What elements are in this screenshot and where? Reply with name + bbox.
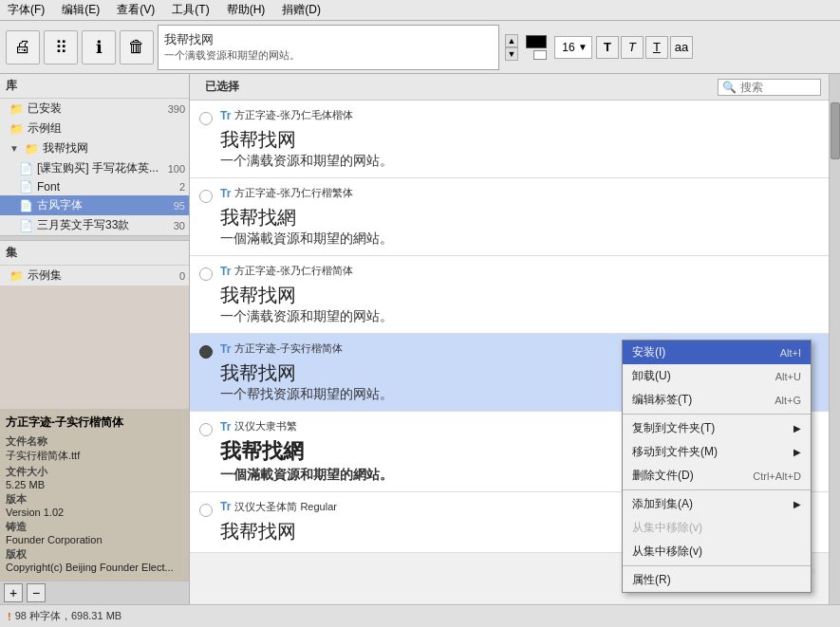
- menubar: 字体(F) 编辑(E) 查看(V) 工具(T) 帮助(H) 捐赠(D): [0, 0, 840, 21]
- ctx-copy-folder-arrow: ▶: [793, 423, 801, 433]
- color-background[interactable]: [533, 50, 547, 60]
- radio-2[interactable]: [199, 267, 213, 281]
- sidebar-label-march: 三月英文手写33款: [37, 217, 129, 233]
- menu-font[interactable]: 字体(F): [4, 2, 48, 18]
- font-item-1[interactable]: Tr 方正字迹-张乃仁行楷繁体 我帮找網 一個滿載資源和期望的網站。: [190, 178, 829, 256]
- ctx-install-label: 安装(I): [632, 344, 665, 360]
- delete-button[interactable]: 🗑: [120, 30, 154, 65]
- menu-tools[interactable]: 工具(T): [168, 2, 213, 18]
- grid-button[interactable]: ⠿: [44, 30, 78, 65]
- font-type-icon-3: Tr: [220, 342, 231, 356]
- sidebar-item-examples[interactable]: 📁 示例组: [0, 119, 189, 138]
- ctx-edit-tag[interactable]: 编辑标签(T) Alt+G: [623, 388, 811, 412]
- font-type-icon-1: Tr: [220, 187, 231, 200]
- italic-button[interactable]: T: [621, 36, 644, 59]
- sidebar-item-font[interactable]: 📄 Font 2: [0, 178, 189, 195]
- folder-icon-examples: 📁: [9, 122, 24, 136]
- ctx-sep3: [623, 565, 811, 566]
- sidebar-label-font: Font: [37, 180, 60, 194]
- font-info-title: 方正字迹-子实行楷简体: [6, 415, 183, 431]
- aa-button[interactable]: aa: [670, 36, 693, 59]
- font-content-1: Tr 方正字迹-张乃仁行楷繁体 我帮找網 一個滿載資源和期望的網站。: [220, 186, 819, 248]
- ctx-remove-collection[interactable]: 从集中移除(v): [623, 540, 811, 563]
- main-area: 库 📁 已安装 390 📁 示例组 ▼ 📁 我帮找网 📄 [课宝购买] 手写花体…: [0, 74, 840, 604]
- sidebar-count-handwriting: 100: [168, 163, 185, 175]
- scrollbar-track[interactable]: [829, 74, 840, 604]
- tab-selected[interactable]: 已选择: [197, 77, 247, 97]
- font-item-0[interactable]: Tr 方正字迹-张乃仁毛体楷体 我帮找网 一个满载资源和期望的网站。: [190, 101, 829, 178]
- ctx-add-collection[interactable]: 添加到集(A) ▶: [623, 492, 811, 516]
- ctx-properties[interactable]: 属性(R): [623, 568, 811, 592]
- content-header: 已选择 🔍: [190, 74, 829, 101]
- radio-5[interactable]: [199, 504, 213, 517]
- sidebar-item-wobangzhao[interactable]: ▼ 📁 我帮找网: [0, 138, 189, 158]
- radio-4[interactable]: [199, 423, 213, 436]
- sidebar-count-collection: 0: [179, 270, 185, 282]
- font-style-buttons: T T T aa: [596, 36, 693, 59]
- menu-edit[interactable]: 编辑(E): [58, 2, 103, 18]
- file-icon-handwriting: 📄: [19, 162, 33, 175]
- font-type-icon-4: Tr: [220, 420, 231, 433]
- sidebar-count-font: 2: [179, 181, 185, 193]
- underline-button[interactable]: T: [645, 36, 668, 59]
- ctx-uninstall-shortcut: Alt+U: [775, 371, 801, 382]
- sidebar-item-example-collection[interactable]: 📁 示例集 0: [0, 266, 189, 286]
- search-box: 🔍: [718, 79, 821, 96]
- font-type-icon-2: Tr: [220, 265, 231, 278]
- sidebar-label-collection: 示例集: [28, 267, 62, 284]
- search-icon: 🔍: [722, 81, 737, 94]
- font-name-label-0: 方正字迹-张乃仁毛体楷体: [234, 108, 353, 122]
- font-size-selector[interactable]: 16 ▼: [554, 36, 592, 59]
- font-copyright-value: Copyright(c) Beijing Founder Elect...: [6, 562, 183, 573]
- ctx-sep2: [623, 489, 811, 490]
- font-preview-sub-0: 一个满载资源和期望的网站。: [220, 153, 819, 170]
- bold-button[interactable]: T: [596, 36, 619, 59]
- sidebar-item-handwriting[interactable]: 📄 [课宝购买] 手写花体英... 100: [0, 158, 189, 178]
- font-size-arrow[interactable]: ▼: [578, 42, 588, 52]
- sidebar-item-gufeng[interactable]: 📄 古风字体 95: [0, 195, 189, 215]
- preview-scroll-down[interactable]: ▼: [505, 47, 518, 61]
- font-foundry-value: Founder Corporation: [6, 534, 183, 545]
- preview-scroll-up[interactable]: ▲: [505, 34, 518, 47]
- font-item-2[interactable]: Tr 方正字迹-张乃仁行楷简体 我帮找网 一个满载资源和期望的网站。: [190, 256, 829, 334]
- ctx-install[interactable]: 安装(I) Alt+I: [623, 341, 811, 364]
- font-name-1: Tr 方正字迹-张乃仁行楷繁体: [220, 186, 819, 200]
- ctx-uninstall[interactable]: 卸载(U) Alt+U: [623, 364, 811, 388]
- sidebar-label-installed: 已安装: [28, 101, 62, 117]
- ctx-copy-folder[interactable]: 复制到文件夹(T) ▶: [623, 416, 811, 440]
- font-preview-sub-2: 一个满载资源和期望的网站。: [220, 308, 819, 325]
- color-foreground[interactable]: [526, 35, 547, 48]
- ctx-add-collection-arrow: ▶: [793, 499, 801, 509]
- font-name-label-3: 方正字迹-子实行楷简体: [234, 341, 343, 356]
- file-icon-gufeng: 📄: [19, 199, 33, 212]
- collection-section-header: 集: [0, 241, 189, 266]
- add-collection-button[interactable]: +: [4, 583, 23, 602]
- sidebar-item-march[interactable]: 📄 三月英文手写33款 30: [0, 215, 189, 235]
- menu-donate[interactable]: 捐赠(D): [278, 2, 325, 18]
- font-size-value: 16: [559, 41, 578, 54]
- ctx-move-folder-arrow: ▶: [793, 447, 801, 457]
- font-filename-label: 文件名称: [6, 434, 183, 449]
- radio-1[interactable]: [199, 190, 213, 203]
- sidebar-item-installed[interactable]: 📁 已安装 390: [0, 99, 189, 119]
- font-filesize-label: 文件大小: [6, 465, 183, 479]
- radio-0[interactable]: [199, 112, 213, 125]
- menu-help[interactable]: 帮助(H): [223, 2, 270, 18]
- radio-3[interactable]: [199, 345, 213, 359]
- info-button[interactable]: ℹ: [82, 30, 116, 65]
- font-content-2: Tr 方正字迹-张乃仁行楷简体 我帮找网 一个满载资源和期望的网站。: [220, 264, 819, 325]
- sidebar: 库 📁 已安装 390 📁 示例组 ▼ 📁 我帮找网 📄 [课宝购买] 手写花体…: [0, 74, 190, 604]
- ctx-delete-file[interactable]: 删除文件(D) Ctrl+Alt+D: [623, 464, 811, 488]
- ctx-move-folder[interactable]: 移动到文件夹(M) ▶: [623, 440, 811, 464]
- sidebar-label-handwriting: [课宝购买] 手写花体英...: [37, 160, 159, 176]
- scrollbar-thumb[interactable]: [831, 102, 840, 159]
- statusbar: ! 98 种字体，698.31 MB: [0, 604, 840, 627]
- print-button[interactable]: 🖨: [6, 30, 40, 65]
- sidebar-count-installed: 390: [168, 103, 185, 115]
- context-menu: 安装(I) Alt+I 卸载(U) Alt+U 编辑标签(T) Alt+G 复制…: [622, 340, 812, 593]
- menu-view[interactable]: 查看(V): [113, 2, 159, 18]
- preview-box: 我帮找网 一个满载资源和期望的网站。: [158, 25, 499, 70]
- font-version-value: Version 1.02: [6, 507, 183, 518]
- remove-collection-button[interactable]: −: [27, 583, 46, 602]
- search-input[interactable]: [740, 81, 816, 94]
